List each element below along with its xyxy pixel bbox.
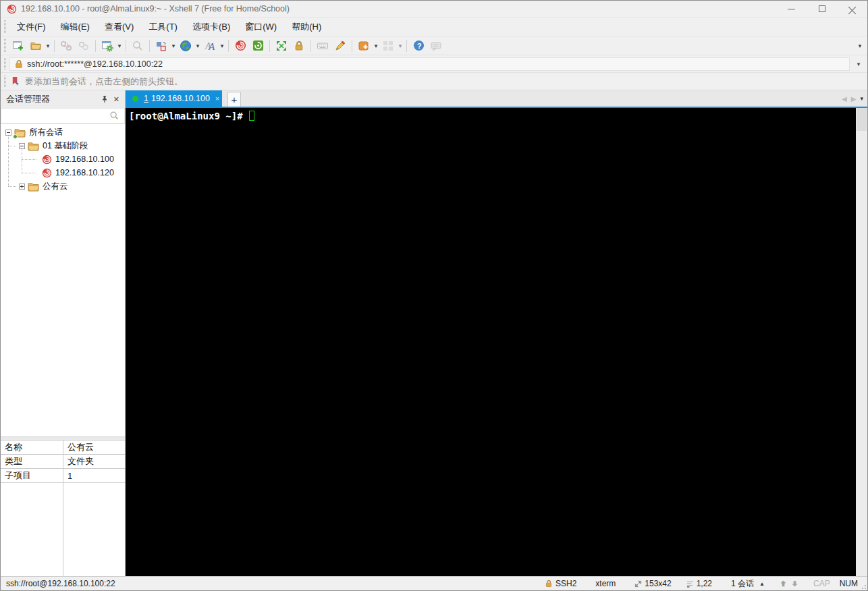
terminal-cursor [249, 111, 254, 121]
fullscreen-icon [275, 40, 288, 52]
status-session-count[interactable]: 1 会话 ▲ [731, 578, 765, 590]
disconnect-button[interactable] [57, 38, 75, 54]
find-button[interactable] [129, 38, 146, 54]
tree-item-all-sessions[interactable]: 所有会话 [1, 125, 125, 139]
lock-icon [294, 40, 304, 51]
tree-item-folder-cloud[interactable]: 公有云 [1, 179, 125, 193]
virtual-keyboard-icon [317, 40, 329, 52]
compose-button[interactable] [331, 38, 349, 54]
menu-file[interactable]: 文件(F) [9, 18, 53, 36]
help-button[interactable]: ? [410, 38, 427, 54]
tile-icon [382, 40, 394, 52]
cursor-position-icon [686, 580, 694, 588]
properties-dropdown[interactable]: ▾ [116, 43, 123, 49]
new-tab-icon [358, 40, 370, 52]
layout-icon [155, 40, 167, 52]
session-list-icon[interactable]: ▲ [759, 581, 765, 587]
toolbar: ▾ ▾ [1, 36, 867, 55]
properties-table: 名称 公有云 类型 文件夹 子项目 1 [1, 441, 125, 576]
resize-grip[interactable] [861, 584, 866, 589]
scrollbar-thumb[interactable] [857, 108, 867, 131]
font-button[interactable]: A A [201, 38, 219, 54]
session-icon [42, 154, 52, 165]
lock-button[interactable] [290, 38, 308, 54]
layout-button[interactable] [153, 38, 170, 54]
search-input[interactable] [1, 108, 125, 123]
font-dropdown[interactable]: ▾ [219, 43, 225, 49]
menubar-grip[interactable] [4, 20, 6, 33]
web-dropdown[interactable]: ▾ [194, 43, 201, 49]
root-badge-icon [13, 134, 18, 139]
address-field[interactable]: ssh://root:******@192.168.10.100:22 [9, 57, 850, 71]
compose-pen-icon [334, 40, 346, 52]
address-url: ssh://root:******@192.168.10.100:22 [27, 59, 163, 69]
terminal-scrollbar[interactable] [856, 108, 867, 576]
addressbar-grip[interactable] [4, 58, 6, 70]
fullscreen-button[interactable] [273, 38, 290, 54]
collapse-icon[interactable] [5, 130, 11, 136]
notifbar-grip[interactable] [4, 76, 6, 88]
flag-icon [11, 76, 21, 86]
collapse-icon[interactable] [19, 143, 25, 149]
reconnect-icon [78, 40, 90, 52]
search-icon[interactable] [109, 111, 119, 121]
tree-item-session-100[interactable]: 192.168.10.100 [1, 152, 125, 166]
tab-192-168-10-100[interactable]: 1 192.168.10.100 × [126, 90, 222, 107]
new-session-icon [12, 40, 24, 52]
open-dropdown[interactable]: ▾ [45, 43, 51, 49]
tree-item-folder-01[interactable]: 01 基础阶段 [1, 139, 125, 152]
session-properties-button[interactable] [99, 38, 116, 54]
maximize-icon [819, 5, 825, 12]
tab-scroll-left-icon[interactable]: ◀ [842, 95, 847, 103]
expand-icon[interactable] [19, 184, 25, 190]
scroll-down-button[interactable] [791, 580, 798, 588]
terminal-screen[interactable]: [root@AlmaLinux9 ~]# [126, 108, 856, 576]
menu-tab[interactable]: 选项卡(B) [185, 18, 238, 36]
web-globe-icon [180, 40, 192, 52]
scroll-up-button[interactable] [780, 580, 787, 588]
new-tab-button[interactable] [355, 38, 373, 54]
menu-tools[interactable]: 工具(T) [141, 18, 185, 36]
xshell-button[interactable] [232, 38, 249, 54]
title-bar: 192.168.10.100 - root@AlmaLinux9:~ - Xsh… [1, 1, 867, 17]
toolbar-grip[interactable] [4, 39, 6, 52]
web-button[interactable] [177, 38, 194, 54]
tile-button[interactable] [379, 38, 397, 54]
menu-edit[interactable]: 编辑(E) [53, 18, 97, 36]
virtual-keyboard-button[interactable] [314, 38, 331, 54]
shell-prompt: [root@AlmaLinux9 ~]# [129, 111, 243, 121]
new-tab-dropdown[interactable]: ▾ [373, 43, 379, 49]
help-icon: ? [413, 40, 425, 51]
open-button[interactable] [27, 38, 45, 54]
toolbar-overflow[interactable]: ▾ [857, 43, 863, 49]
layout-dropdown[interactable]: ▾ [170, 43, 177, 49]
menu-help[interactable]: 帮助(H) [284, 18, 329, 36]
close-button[interactable] [837, 1, 867, 17]
maximize-button[interactable] [807, 1, 837, 17]
main-area: 会话管理器 ✕ [1, 90, 867, 576]
xftp-icon [252, 40, 264, 51]
panel-close-icon[interactable]: ✕ [113, 95, 119, 104]
session-manager-panel: 会话管理器 ✕ [1, 90, 126, 576]
feedback-button[interactable] [427, 38, 445, 54]
tab-scroll-right-icon[interactable]: ▶ [851, 95, 857, 103]
feedback-chat-icon [430, 40, 442, 52]
root-folder-icon [14, 128, 26, 138]
session-manager-title: 会话管理器 [6, 93, 50, 105]
xftp-button[interactable] [249, 38, 267, 54]
tree-item-session-120[interactable]: 192.168.10.120 [1, 166, 125, 179]
menu-view[interactable]: 查看(V) [97, 18, 141, 36]
session-manager-header: 会话管理器 ✕ [1, 90, 125, 108]
new-session-button[interactable] [9, 38, 27, 54]
minimize-button[interactable] [776, 1, 807, 17]
folder-icon [28, 141, 39, 151]
tab-list-dropdown-icon[interactable]: ▾ [860, 95, 863, 102]
tile-dropdown[interactable]: ▾ [397, 43, 404, 49]
menu-window[interactable]: 窗口(W) [238, 18, 284, 36]
address-dropdown[interactable]: ▾ [855, 61, 862, 67]
pin-icon[interactable] [101, 95, 108, 103]
status-terminal-type[interactable]: xterm [595, 579, 616, 588]
new-tab-plus-button[interactable]: + [227, 92, 241, 107]
tab-close-icon[interactable]: × [210, 94, 219, 103]
reconnect-button[interactable] [75, 38, 92, 54]
